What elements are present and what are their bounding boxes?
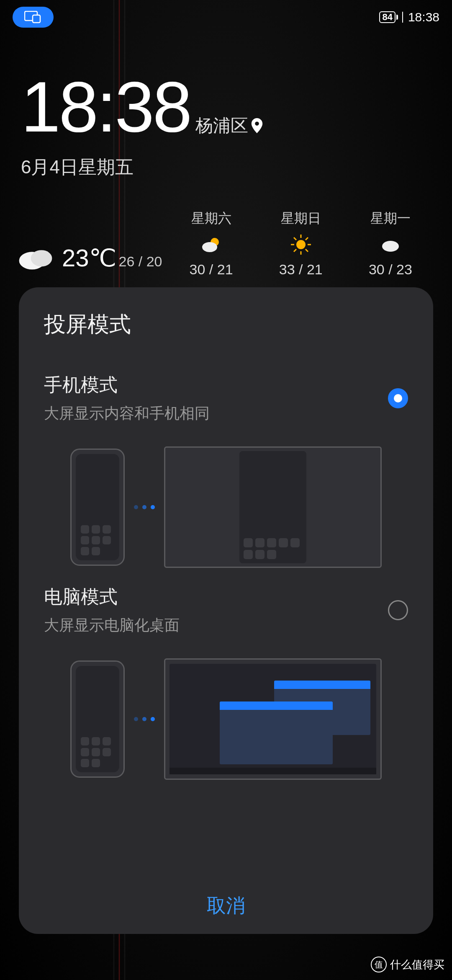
tv-graphic [164, 446, 382, 568]
option-title: 电脑模式 [44, 585, 180, 609]
cast-active-pill[interactable] [13, 7, 54, 28]
svg-point-3 [31, 250, 52, 266]
option-desc: 大屏显示电脑化桌面 [44, 615, 180, 636]
sheet-title: 投屏模式 [44, 310, 408, 339]
clock-time: 18:38 [21, 71, 190, 142]
clock-widget[interactable]: 18:38 杨浦区 6月4日星期五 [21, 71, 263, 180]
radio-phone-mode[interactable] [388, 388, 408, 408]
dots-icon [134, 717, 155, 721]
phone-graphic [70, 449, 125, 566]
watermark-text: 什么值得买 [390, 957, 444, 972]
cancel-button[interactable]: 取消 [207, 893, 245, 919]
forecast-day-range: 30 / 23 [369, 261, 412, 278]
svg-line-14 [294, 249, 296, 252]
forecast-day-range: 30 / 21 [190, 261, 233, 278]
svg-line-13 [306, 237, 308, 240]
forecast-day-1: 星期日 33 / 21 [279, 209, 323, 278]
weather-today: 23℃ 26 / 20 [17, 238, 162, 278]
forecast-day-range: 33 / 21 [279, 261, 323, 278]
svg-point-15 [382, 241, 399, 252]
phone-graphic [70, 660, 125, 778]
statusbar-divider [402, 12, 403, 23]
forecast-day-label: 星期一 [370, 209, 411, 228]
forecast-day-2: 星期一 30 / 23 [369, 209, 412, 278]
forecast-day-label: 星期六 [191, 209, 231, 228]
clock-date: 6月4日星期五 [21, 155, 263, 180]
weather-widget[interactable]: 23℃ 26 / 20 星期六 30 / 21 星期日 33 / 21 [17, 209, 435, 278]
status-bar: 84 18:38 [0, 0, 452, 30]
svg-line-12 [306, 249, 308, 252]
cast-icon [24, 11, 42, 23]
battery-indicator: 84 [379, 11, 395, 23]
option-desktop-mode[interactable]: 电脑模式 大屏显示电脑化桌面 [44, 585, 408, 780]
tv-graphic [164, 658, 382, 780]
dots-icon [134, 505, 155, 509]
option-desc: 大屏显示内容和手机相同 [44, 403, 210, 424]
radio-desktop-mode[interactable] [388, 600, 408, 620]
forecast-day-0: 星期六 30 / 21 [190, 209, 233, 278]
weather-today-range: 26 / 20 [119, 253, 162, 270]
forecast-day-label: 星期日 [281, 209, 321, 228]
location-pin-icon [251, 118, 263, 133]
svg-point-5 [202, 242, 217, 252]
watermark-badge-icon: 值 [371, 957, 387, 972]
illustration-desktop-mode [44, 658, 408, 780]
clock-location: 杨浦区 [195, 114, 263, 137]
statusbar-time: 18:38 [408, 10, 439, 24]
svg-point-6 [296, 240, 306, 249]
option-phone-mode[interactable]: 手机模式 大屏显示内容和手机相同 [44, 373, 408, 568]
cast-mode-sheet: 投屏模式 手机模式 大屏显示内容和手机相同 [19, 287, 433, 934]
cloudy-icon [17, 238, 54, 278]
partly-sunny-icon [200, 234, 222, 255]
option-title: 手机模式 [44, 373, 210, 397]
svg-line-11 [294, 237, 296, 240]
sunny-icon [290, 234, 312, 255]
illustration-phone-mode [44, 446, 408, 568]
watermark: 值 什么值得买 [371, 957, 444, 972]
cloud-icon [380, 234, 401, 255]
weather-today-temp: 23℃ [62, 244, 116, 272]
svg-rect-1 [33, 15, 40, 23]
